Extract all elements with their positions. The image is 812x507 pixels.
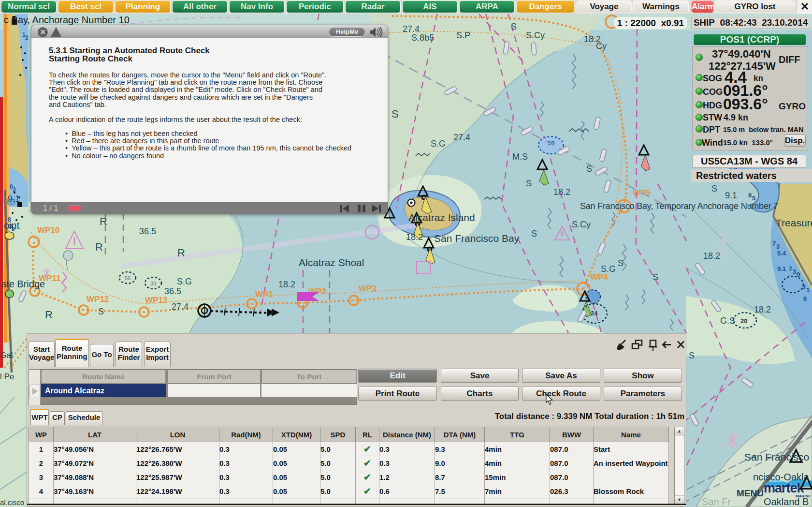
svg-text:Treasure: Treasure xyxy=(776,217,812,228)
svg-text:27.4: 27.4 xyxy=(172,302,188,312)
svg-text:S: S xyxy=(531,229,537,239)
svg-text:6: 6 xyxy=(803,295,807,302)
svg-text:33: 33 xyxy=(150,281,156,286)
svg-text:3: 3 xyxy=(793,268,796,275)
svg-text:18.2: 18.2 xyxy=(703,251,720,261)
svg-text:27.4: 27.4 xyxy=(453,133,470,142)
svg-text:ate Bridge: ate Bridge xyxy=(1,279,45,289)
svg-text:Gal: Gal xyxy=(0,351,13,360)
svg-text:S: S xyxy=(586,164,592,174)
svg-text:27.4: 27.4 xyxy=(403,24,420,34)
svg-text:M.S: M.S xyxy=(512,152,528,162)
svg-text:c Bay, Anchorage Number 10: c Bay, Anchorage Number 10 xyxy=(4,15,130,25)
svg-text:S.8b5: S.8b5 xyxy=(411,33,434,43)
svg-text:3: 3 xyxy=(776,243,780,250)
svg-text:9.1: 9.1 xyxy=(725,191,737,200)
svg-text:S.Cy: S.Cy xyxy=(572,220,591,229)
svg-text:S.Cy: S.Cy xyxy=(526,30,545,40)
svg-text:8: 8 xyxy=(748,192,752,199)
svg-text:Cy: Cy xyxy=(596,41,607,51)
svg-text:5: 5 xyxy=(752,194,755,202)
svg-text:oint: oint xyxy=(4,220,20,231)
svg-text:R: R xyxy=(95,241,103,253)
svg-text:S.G: S.G xyxy=(431,139,446,149)
svg-text:ncisco-Oakla: ncisco-Oakla xyxy=(753,472,809,482)
svg-text:5.4: 5.4 xyxy=(777,250,786,257)
svg-text:S.G: S.G xyxy=(601,264,616,274)
svg-text:S: S xyxy=(526,179,532,188)
svg-text:WP10: WP10 xyxy=(37,225,59,235)
svg-text:al.cisco: al.cisco xyxy=(0,498,24,507)
svg-text:S: S xyxy=(511,22,517,31)
svg-text:S.G: S.G xyxy=(177,277,192,286)
svg-text:24: 24 xyxy=(591,310,598,317)
svg-text:martek: martek xyxy=(764,481,805,495)
svg-text:WP13: WP13 xyxy=(145,296,167,305)
svg-text:7: 7 xyxy=(772,240,776,247)
svg-text:9.1: 9.1 xyxy=(8,194,20,204)
svg-text:1: 1 xyxy=(806,286,810,294)
svg-text:WP3: WP3 xyxy=(359,284,377,293)
svg-text:S: S xyxy=(711,184,717,194)
svg-text:S: S xyxy=(618,258,624,268)
svg-text:18.2: 18.2 xyxy=(553,187,570,197)
svg-text:G.S: G.S xyxy=(720,316,735,326)
svg-text:WP12: WP12 xyxy=(87,295,109,304)
svg-text:Alcatraz Island: Alcatraz Island xyxy=(408,212,475,223)
svg-text:R: R xyxy=(100,215,107,227)
svg-text:3: 3 xyxy=(13,186,16,193)
svg-text:San Francisco Bay, Temporary A: San Francisco Bay, Temporary Anchorage N… xyxy=(580,201,778,211)
svg-text:56: 56 xyxy=(125,275,130,281)
svg-text:S.P: S.P xyxy=(456,30,470,40)
svg-text:18.2: 18.2 xyxy=(278,280,295,289)
svg-text:R: R xyxy=(177,247,185,259)
svg-text:7: 7 xyxy=(789,265,792,272)
svg-text:2: 2 xyxy=(25,34,29,41)
svg-text:S: S xyxy=(392,108,399,120)
svg-text:San Fr: San Fr xyxy=(702,496,731,507)
svg-text:S: S xyxy=(689,351,695,360)
svg-text:l Pe: l Pe xyxy=(0,372,14,381)
svg-text:Alcatraz Shoal: Alcatraz Shoal xyxy=(299,257,364,268)
svg-text:MENU: MENU xyxy=(737,488,764,498)
svg-text:San Francisco Bay: San Francisco Bay xyxy=(434,233,520,244)
svg-text:S: S xyxy=(652,272,658,282)
svg-text:36.5: 36.5 xyxy=(164,286,181,296)
svg-text:San Francisco: San Francisco xyxy=(744,451,809,462)
svg-text:Oakland B: Oakland B xyxy=(764,496,809,507)
svg-text:9: 9 xyxy=(797,271,800,278)
svg-text:WP1: WP1 xyxy=(255,290,273,299)
svg-text:18.2: 18.2 xyxy=(406,232,423,242)
svg-text:18.2: 18.2 xyxy=(754,305,771,314)
svg-text:R: R xyxy=(45,309,53,321)
svg-text:9.1: 9.1 xyxy=(777,265,786,272)
svg-text:S: S xyxy=(98,307,104,316)
svg-text:20: 20 xyxy=(740,317,747,325)
svg-text:36.5: 36.5 xyxy=(139,226,156,236)
